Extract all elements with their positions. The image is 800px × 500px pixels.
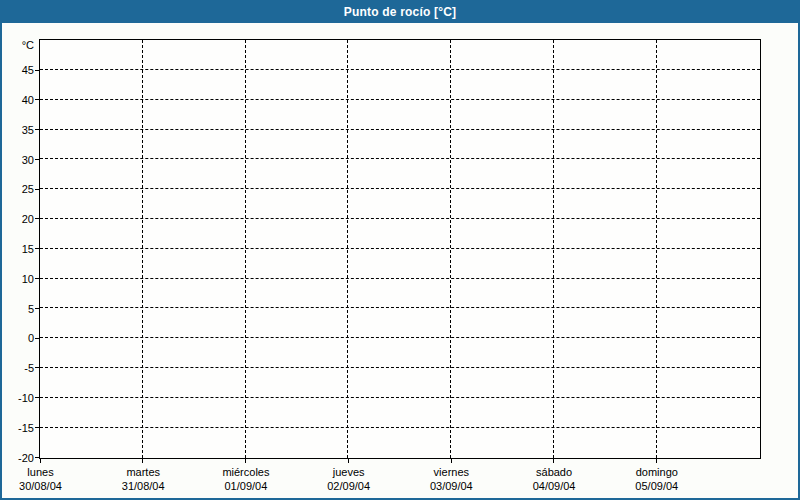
y-tick-label: -10 — [0, 391, 34, 405]
x-date-label: 01/09/04 — [194, 480, 298, 493]
plot-area — [39, 39, 761, 459]
x-day-label: sábado — [502, 466, 606, 479]
y-axis-tick — [35, 278, 40, 279]
x-day-label: viernes — [399, 466, 503, 479]
y-grid-line — [40, 188, 760, 189]
y-axis-unit-label: °C — [0, 38, 34, 52]
y-tick-label: 10 — [0, 272, 34, 286]
x-day-label: lunes — [0, 466, 93, 479]
y-grid-line — [40, 158, 760, 159]
x-axis-tick — [40, 459, 41, 463]
y-tick-label: -15 — [0, 421, 34, 435]
y-axis-tick — [35, 308, 40, 309]
x-axis-tick — [553, 459, 554, 463]
y-tick-label: -20 — [0, 451, 34, 465]
y-axis-tick — [35, 338, 40, 339]
y-tick-label: 5 — [0, 302, 34, 316]
y-axis-tick — [35, 189, 40, 190]
x-date-label: 03/09/04 — [399, 480, 503, 493]
x-axis-tick — [348, 459, 349, 463]
x-grid-line — [347, 40, 348, 458]
y-axis-tick — [35, 367, 40, 368]
y-axis-tick — [35, 457, 40, 458]
y-grid-line — [40, 367, 760, 368]
y-axis-tick — [35, 248, 40, 249]
x-axis-tick — [245, 459, 246, 463]
chart-window: Punto de rocío [°C] 454035302520151050-5… — [0, 0, 800, 500]
x-grid-line — [450, 40, 451, 458]
y-tick-label: -5 — [0, 361, 34, 375]
x-date-label: 31/08/04 — [91, 480, 195, 493]
x-axis-tick — [656, 459, 657, 463]
y-axis-tick — [35, 397, 40, 398]
y-grid-line — [40, 307, 760, 308]
y-tick-label: 45 — [0, 63, 34, 77]
chart-area: 454035302520151050-5-10-15-20°Clunes30/0… — [0, 0, 800, 500]
x-grid-line — [142, 40, 143, 458]
y-tick-label: 30 — [0, 153, 34, 167]
y-grid-line — [40, 129, 760, 130]
x-axis-tick — [142, 459, 143, 463]
x-axis-tick — [451, 459, 452, 463]
y-grid-line — [40, 218, 760, 219]
y-axis-tick — [35, 129, 40, 130]
y-grid-line — [40, 397, 760, 398]
x-day-label: miércoles — [194, 466, 298, 479]
y-axis-tick — [35, 70, 40, 71]
y-grid-line — [40, 337, 760, 338]
y-axis-tick — [35, 218, 40, 219]
y-axis-tick — [35, 159, 40, 160]
y-grid-line — [40, 248, 760, 249]
x-day-label: martes — [91, 466, 195, 479]
x-date-label: 04/09/04 — [502, 480, 606, 493]
x-grid-line — [656, 40, 657, 458]
y-grid-line — [40, 278, 760, 279]
y-tick-label: 15 — [0, 242, 34, 256]
x-grid-line — [245, 40, 246, 458]
x-date-label: 30/08/04 — [0, 480, 93, 493]
y-tick-label: 20 — [0, 212, 34, 226]
y-grid-line — [40, 427, 760, 428]
x-date-label: 02/09/04 — [297, 480, 401, 493]
y-tick-label: 0 — [0, 331, 34, 345]
x-grid-line — [553, 40, 554, 458]
x-date-label: 05/09/04 — [605, 480, 709, 493]
y-tick-label: 40 — [0, 93, 34, 107]
x-day-label: jueves — [297, 466, 401, 479]
y-tick-label: 25 — [0, 182, 34, 196]
y-grid-line — [40, 69, 760, 70]
y-tick-label: 35 — [0, 123, 34, 137]
y-grid-line — [40, 99, 760, 100]
x-day-label: domingo — [605, 466, 709, 479]
y-axis-tick — [35, 427, 40, 428]
y-axis-tick — [35, 99, 40, 100]
